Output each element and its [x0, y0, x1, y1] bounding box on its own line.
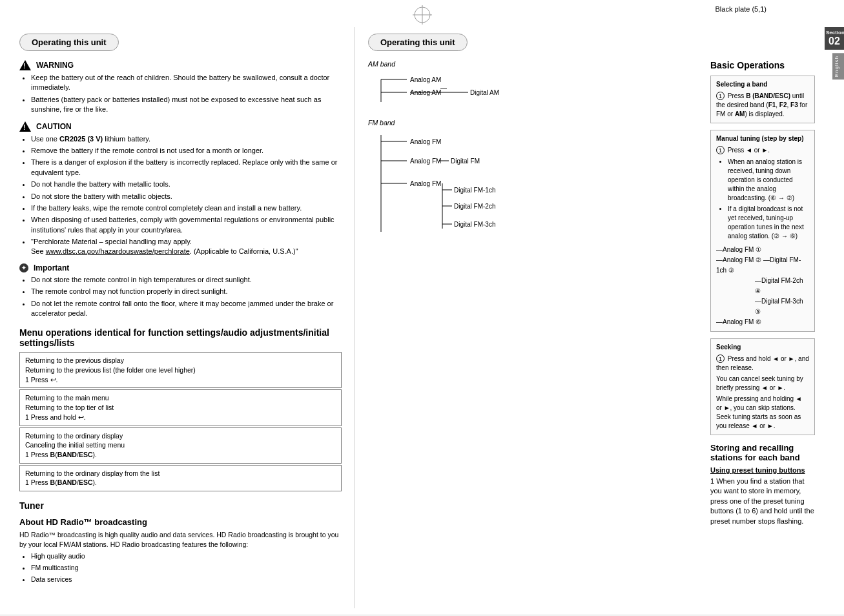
- page-wrapper: Operating this unit WARNING Keep the bat…: [0, 27, 844, 608]
- step-num-1: 1: [25, 376, 29, 384]
- step-num-2: 1: [25, 413, 29, 421]
- warning-item-1: Keep the battery out of the reach of chi…: [31, 73, 342, 93]
- feature-3: Data services: [31, 575, 342, 584]
- plate-text: Black plate (5,1): [715, 5, 767, 13]
- select-step-num: 1: [716, 92, 725, 100]
- fm-diagram: Analog FM Analog FM Digital FM Analog FM…: [368, 128, 523, 245]
- menu-box-1-step: 1 Press ↩.: [25, 375, 336, 385]
- menu-box-2: Returning to the main menuReturning to t…: [19, 389, 342, 426]
- menu-box-4: Returning to the ordinary display from t…: [19, 465, 342, 491]
- caution-icon: [19, 121, 31, 132]
- english-tab: English: [832, 53, 844, 79]
- manual-step-num: 1: [716, 146, 725, 154]
- manual-tuning-box: Manual tuning (step by step) 1 Press ◄ o…: [710, 130, 815, 332]
- tuner-hd-text: HD Radio™ broadcasting is high quality a…: [19, 530, 342, 584]
- warning-list: Keep the battery out of the reach of chi…: [19, 73, 342, 115]
- caution-item-4: Do not handle the battery with metallic …: [31, 180, 342, 189]
- menu-box-1: Returning to the previous displayReturni…: [19, 352, 342, 388]
- right-column: Section 02 English Operating this unit A…: [355, 27, 844, 608]
- manual-tuning-title: Manual tuning (step by step): [716, 134, 809, 143]
- svg-text:Analog FM: Analog FM: [410, 180, 441, 187]
- important-block: ✦ Important Do not store the remote cont…: [19, 263, 342, 319]
- warning-title: WARNING: [19, 60, 342, 70]
- svg-text:Analog AM: Analog AM: [410, 76, 441, 83]
- caution-item-2: Remove the battery if the remote control…: [31, 146, 342, 156]
- menu-section-title: Menu operations identical for function s…: [19, 327, 342, 348]
- caution-item-7: When disposing of used batteries, comply…: [31, 215, 342, 235]
- top-crosshair: [413, 5, 432, 25]
- svg-text:Digital FM-1ch: Digital FM-1ch: [454, 187, 495, 194]
- seeking-line-1: Press and hold ◄ or ►, and then release.: [716, 355, 809, 371]
- am-band-label: AM band: [368, 60, 523, 68]
- seeking-step-num: 1: [716, 354, 725, 363]
- section-tab: Section 02: [825, 27, 844, 50]
- basic-ops-title: Basic Operations: [710, 60, 815, 70]
- feature-1: High quality audio: [31, 551, 342, 561]
- feature-2: FM multicasting: [31, 563, 342, 573]
- basic-ops-area: Basic Operations Selecting a band 1 Pres…: [710, 60, 815, 529]
- step-num-3: 1: [25, 451, 29, 458]
- important-title: ✦ Important: [19, 263, 342, 272]
- caution-item-3: There is a danger of explosion if the ba…: [31, 158, 342, 178]
- top-bar: Black plate (5,1): [0, 0, 844, 27]
- am-band-group: AM band Analog AM Analog AM Digital AM —: [368, 60, 523, 110]
- caution-item-5: Do not store the battery with metallic o…: [31, 192, 342, 201]
- sublabel-1: —Analog FM ①: [716, 245, 809, 255]
- caution-item-1: Use one CR2025 (3 V) lithium battery.: [31, 134, 342, 144]
- am-diagram: Analog AM Analog AM Digital AM —: [368, 70, 510, 108]
- menu-box-4-action: Returning to the ordinary display from t…: [25, 469, 336, 478]
- tuner-features: High quality audio FM multicasting Data …: [19, 551, 342, 584]
- manual-bullet-1: When an analog station is received, tuni…: [728, 158, 809, 203]
- manual-tuning-bullets: When an analog station is received, tuni…: [716, 158, 809, 241]
- right-section-header: Operating this unit: [368, 34, 468, 51]
- seeking-box: Seeking 1 Press and hold ◄ or ►, and the…: [710, 338, 815, 435]
- warning-icon: [19, 60, 31, 70]
- svg-text:Digital FM-2ch: Digital FM-2ch: [454, 203, 495, 210]
- caution-item-6: If the battery leaks, wipe the remote co…: [31, 203, 342, 213]
- caution-item-8: "Perchlorate Material – special handling…: [31, 237, 342, 257]
- fm-band-group: FM band Analog FM Analog FM Digital FM A…: [368, 119, 523, 246]
- svg-text:Digital FM: Digital FM: [451, 158, 480, 165]
- menu-box-1-action: Returning to the previous displayReturni…: [25, 356, 336, 375]
- seeking-line-3: While pressing and holding ◄ or ►, you c…: [716, 395, 809, 431]
- storing-step1: 1 When you find a station that you want …: [710, 477, 815, 526]
- seeking-step: 1 Press and hold ◄ or ►, and then releas…: [716, 354, 809, 373]
- menu-box-2-step: 1 Press and hold ↩.: [25, 413, 336, 422]
- menu-box-3-step: 1 Press B(BAND/ESC).: [25, 450, 336, 460]
- left-column: Operating this unit WARNING Keep the bat…: [0, 27, 355, 608]
- svg-text:Digital FM-3ch: Digital FM-3ch: [454, 221, 495, 228]
- warning-item-2: Batteries (battery pack or batteries ins…: [31, 95, 342, 115]
- important-list: Do not store the remote control in high …: [19, 275, 342, 319]
- selecting-band-title: Selecting a band: [716, 80, 809, 89]
- sublabel-4: —Digital FM-3ch ⑤: [755, 296, 809, 317]
- important-item-2: The remote control may not function prop…: [31, 287, 342, 296]
- sublabel-5: —Analog FM ⑥: [716, 317, 809, 327]
- selecting-band-step: 1 Press B (BAND/ESC) until the desired b…: [716, 92, 809, 119]
- important-item-3: Do not let the remote control fall onto …: [31, 299, 342, 319]
- important-icon: ✦: [19, 263, 28, 272]
- caution-list: Use one CR2025 (3 V) lithium battery. Re…: [19, 134, 342, 257]
- sublabel-3: —Digital FM-2ch ④: [755, 276, 809, 296]
- menu-box-4-step: 1 Press B(BAND/ESC).: [25, 478, 336, 488]
- diagram-area: AM band Analog AM Analog AM Digital AM —: [368, 60, 530, 529]
- fm-band-label: FM band: [368, 119, 523, 127]
- warning-block: WARNING Keep the battery out of the reac…: [19, 60, 342, 115]
- menu-box-3-action: Returning to the ordinary displayCanceli…: [25, 431, 336, 450]
- sublabel-2: —Analog FM ② —Digital FM-1ch ③: [716, 255, 809, 276]
- tuner-title: Tuner: [19, 500, 342, 511]
- manual-tuning-step: 1 Press ◄ or ►.: [716, 146, 809, 155]
- manual-bullet-2: If a digital broadcast is not yet receiv…: [728, 205, 809, 241]
- caution-title: CAUTION: [19, 121, 342, 132]
- menu-box-2-action: Returning to the main menuReturning to t…: [25, 393, 336, 412]
- selecting-band-box: Selecting a band 1 Press B (BAND/ESC) un…: [710, 76, 815, 123]
- step-num-4: 1: [25, 478, 29, 486]
- using-preset-title: Using preset tuning buttons: [710, 466, 815, 474]
- caution-block: CAUTION Use one CR2025 (3 V) lithium bat…: [19, 121, 342, 257]
- svg-text:Digital AM: Digital AM: [470, 89, 499, 96]
- important-item-1: Do not store the remote control in high …: [31, 275, 342, 285]
- seeking-title: Seeking: [716, 343, 809, 352]
- left-section-header: Operating this unit: [19, 34, 119, 51]
- right-col-inner: AM band Analog AM Analog AM Digital AM —: [368, 60, 838, 529]
- storing-title: Storing and recalling stations for each …: [710, 443, 815, 462]
- manual-tuning-sublabels: —Analog FM ① —Analog FM ② —Digital FM-1c…: [716, 245, 809, 327]
